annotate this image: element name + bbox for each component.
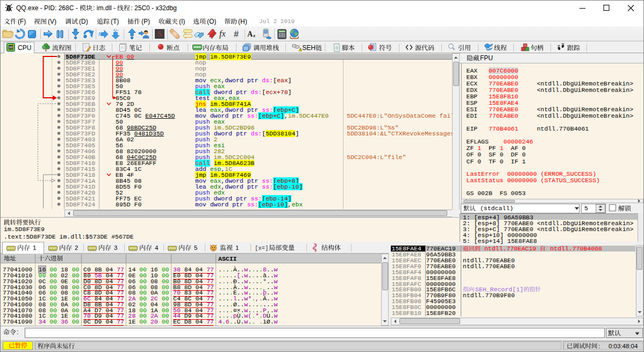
svg-text:32: 32 [9, 45, 13, 49]
svg-text:〈〉: 〈〉 [335, 46, 338, 50]
svg-text:z: z [253, 33, 255, 38]
svg-text:!: ! [300, 48, 301, 51]
svg-text:fx: fx [219, 29, 226, 39]
svg-text:A: A [247, 30, 253, 38]
svg-text:S: S [158, 30, 162, 38]
svg-text:#: # [234, 30, 239, 39]
